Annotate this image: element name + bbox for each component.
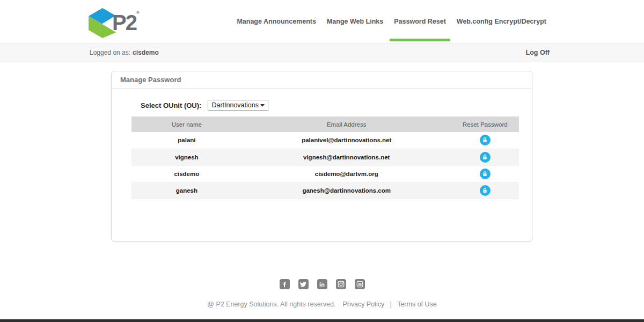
footer-divider: | [390, 299, 392, 309]
nav-manage-web-links[interactable]: Mange Web Links [321, 0, 389, 43]
main-nav: Manage Announcements Mange Web Links Pas… [231, 0, 552, 43]
users-table: User name Email Address Reset Password p… [131, 116, 519, 199]
social-links [0, 279, 644, 289]
col-header-username: User name [131, 116, 242, 132]
reset-password-button[interactable] [480, 185, 491, 196]
log-off-button[interactable]: Log Off [526, 49, 550, 56]
email-cell: ganesh@dartinnovations.com [242, 182, 451, 199]
email-cell: vignesh@dartinnovations.net [242, 149, 451, 165]
table-header-row: User name Email Address Reset Password [131, 116, 519, 132]
reset-password-button[interactable] [480, 135, 491, 145]
p2-logo[interactable]: P2® [87, 2, 140, 43]
username-cell: ganesh [131, 182, 242, 199]
registered-mark: ® [136, 10, 140, 15]
ou-selected-value: DartInnovations [211, 101, 259, 109]
reset-password-button[interactable] [480, 152, 491, 163]
table-row: palani palanivel@dartinnovations.net [131, 132, 519, 149]
card-title: Manage Password [112, 71, 532, 89]
col-header-email: Email Address [242, 116, 451, 132]
manage-password-card: Manage Password Select OUnit (OU): DartI… [111, 71, 532, 241]
footer: @ P2 Energy Solutions. All rights reserv… [0, 299, 644, 309]
linkedin-icon[interactable] [317, 279, 327, 289]
logged-on-as: Logged on as:cisdemo [90, 49, 159, 56]
session-bar: Logged on as:cisdemo Log Off [0, 43, 644, 62]
terms-of-use-link[interactable]: Terms of Use [397, 301, 437, 308]
nav-password-reset[interactable]: Password Reset [389, 0, 451, 43]
privacy-policy-link[interactable]: Privacy Policy [342, 301, 384, 308]
copyright-text: @ P2 Energy Solutions. All rights reserv… [207, 301, 335, 308]
lock-icon [482, 154, 488, 160]
p2-logo-text: P2® [112, 12, 140, 33]
bottom-strip [0, 319, 644, 322]
facebook-icon[interactable] [280, 279, 290, 289]
lock-icon [482, 187, 488, 194]
table-row: vignesh vignesh@dartinnovations.net [131, 149, 519, 165]
dropdown-caret-icon [260, 104, 265, 107]
nav-manage-announcements[interactable]: Manage Announcements [231, 0, 321, 43]
username-cell: cisdemo [131, 165, 242, 182]
email-cell: palanivel@dartinnovations.net [242, 132, 451, 149]
reset-password-button[interactable] [480, 169, 491, 179]
col-header-reset-password: Reset Password [451, 116, 519, 132]
table-row: ganesh ganesh@dartinnovations.com [131, 182, 519, 199]
ou-select-dropdown[interactable]: DartInnovations [208, 100, 268, 111]
lock-icon [482, 137, 488, 143]
lock-icon [482, 171, 488, 177]
username-cell: vignesh [131, 149, 242, 165]
logged-on-username: cisdemo [133, 49, 159, 56]
username-cell: palani [131, 132, 242, 149]
app-header: P2® Manage Announcements Mange Web Links… [0, 0, 644, 43]
nav-webconfig-encrypt-decrypt[interactable]: Web.config Encrypt/Decrypt [451, 0, 552, 43]
ou-select-label: Select OUnit (OU): [141, 101, 201, 109]
youtube-icon[interactable] [355, 279, 365, 289]
twitter-icon[interactable] [298, 279, 309, 289]
instagram-icon[interactable] [336, 279, 346, 289]
table-row: cisdemo cisdemo@dartvm.org [131, 165, 519, 182]
email-cell: cisdemo@dartvm.org [242, 165, 451, 182]
logged-on-prefix: Logged on as: [90, 49, 130, 56]
